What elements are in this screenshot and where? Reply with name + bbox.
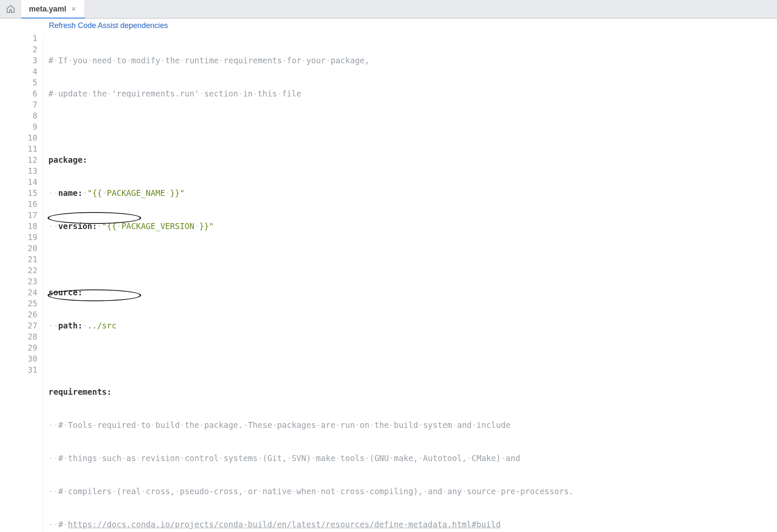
line-number: 14 [0,176,37,187]
line-number: 8 [0,110,37,121]
line-number: 13 [0,165,37,176]
code-line [48,353,777,364]
tab-title: meta.yaml [29,5,66,14]
code-line: #·If·you·need·to·modify·the·runtime·requ… [48,55,777,66]
line-number: 17 [0,209,37,221]
code-line: source: [48,287,777,298]
line-number: 2 [0,44,37,55]
line-number: 22 [0,265,37,276]
line-number: 16 [0,198,37,209]
line-number: 23 [0,276,37,287]
code-line: ··path:·../src [48,320,777,331]
line-number: 31 [0,364,37,375]
line-number: 5 [0,77,37,88]
code-area[interactable]: #·If·you·need·to·modify·the·runtime·requ… [43,33,777,532]
line-number: 20 [0,243,37,254]
code-line: ··name:·"{{·PACKAGE_NAME·}}" [48,187,777,198]
line-number: 19 [0,232,37,243]
line-number: 7 [0,99,37,110]
code-line: ··#·compilers·(real·cross,·pseudo-cross,… [48,486,777,497]
line-number: 30 [0,353,37,364]
line-number: 26 [0,309,37,320]
code-line: #·update·the·'requirements.run'·section·… [48,88,777,99]
close-icon[interactable]: × [71,5,77,14]
line-number: 18 [0,221,37,232]
refresh-dependencies-link[interactable]: Refresh Code Assist dependencies [49,21,168,30]
line-number: 1 [0,33,37,44]
home-button[interactable] [0,0,21,18]
line-number: 29 [0,342,37,353]
code-line: ··version:·"{{·PACKAGE_VERSION·}}" [48,221,777,232]
code-editor[interactable]: 1234567891011121314151617181920212223242… [0,33,777,532]
line-number: 28 [0,331,37,342]
line-number: 24 [0,287,37,298]
line-number: 25 [0,298,37,309]
line-number: 4 [0,66,37,77]
home-icon [6,4,15,14]
line-number: 11 [0,143,37,154]
code-line: ··#·Tools·required·to·build·the·package.… [48,419,777,430]
code-line: package: [48,154,777,165]
line-number: 12 [0,154,37,165]
line-number: 6 [0,88,37,99]
line-number-gutter: 1234567891011121314151617181920212223242… [0,33,43,532]
line-number: 3 [0,55,37,66]
code-line: requirements: [48,386,777,397]
line-number: 9 [0,121,37,132]
line-number: 21 [0,254,37,265]
code-line: ··#·https://docs.conda.io/projects/conda… [48,519,777,530]
line-number: 27 [0,320,37,331]
code-line: ··#·things·such·as·revision·control·syst… [48,453,777,464]
line-number: 10 [0,132,37,143]
notice-bar: Refresh Code Assist dependencies [0,19,777,33]
code-line [48,254,777,265]
line-number: 15 [0,187,37,198]
tab-bar: meta.yaml × [0,0,777,19]
code-line [48,121,777,132]
tab-meta-yaml[interactable]: meta.yaml × [21,0,85,19]
